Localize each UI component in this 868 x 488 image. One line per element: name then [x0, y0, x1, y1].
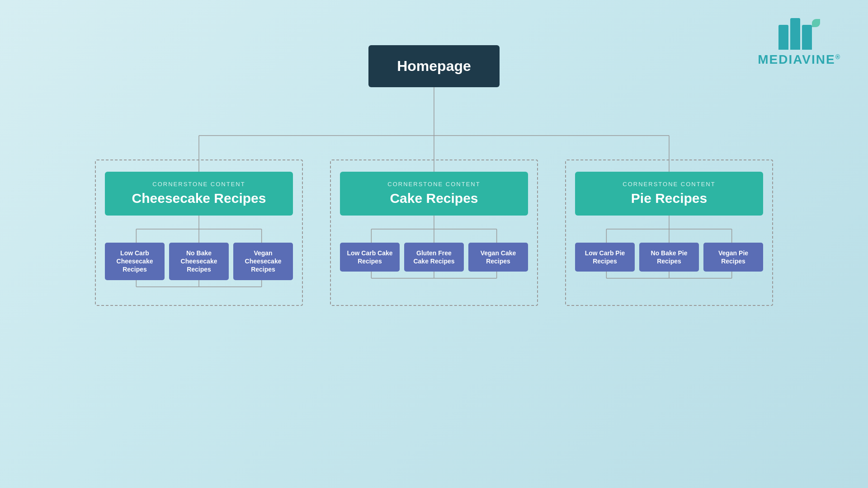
sub-item-low-carb-cake: Low Carb Cake Recipes: [340, 243, 400, 272]
sub-item-gluten-free-cake: Gluten Free Cake Recipes: [404, 243, 464, 272]
pie-inner-connector: [575, 216, 763, 243]
homepage-box: Homepage: [368, 45, 500, 87]
cheesecake-cornerstone-label: CORNERSTONE CONTENT: [116, 181, 282, 188]
logo-bar-1: [778, 25, 788, 50]
cheesecake-inner-connector: [105, 216, 293, 243]
cheesecake-bottom-connector: [105, 280, 293, 294]
pie-cornerstone-card: CORNERSTONE CONTENT Pie Recipes: [575, 172, 763, 216]
cheesecake-section: CORNERSTONE CONTENT Cheesecake Recipes: [95, 160, 303, 306]
logo-bar-3: [802, 25, 812, 50]
cake-section: CORNERSTONE CONTENT Cake Recipes Low Car…: [330, 160, 538, 306]
cake-cornerstone-card: CORNERSTONE CONTENT Cake Recipes: [340, 172, 528, 216]
sub-item-vegan-cheesecake: Vegan Cheesecake Recipes: [233, 243, 293, 280]
sub-item-no-bake-pie: No Bake Pie Recipes: [639, 243, 699, 272]
pie-cornerstone-label: CORNERSTONE CONTENT: [586, 181, 752, 188]
diagram: Homepage CORNERSTONE CONTENT Cheesecake …: [95, 45, 773, 306]
sub-item-vegan-cake: Vegan Cake Recipes: [468, 243, 528, 272]
cake-inner-connector: [340, 216, 528, 243]
pie-cornerstone-title: Pie Recipes: [586, 190, 752, 206]
cheesecake-sub-items: Low Carb Cheesecake Recipes No Bake Chee…: [105, 243, 293, 280]
logo-bar-2: [790, 18, 800, 50]
pie-bottom-connector: [575, 272, 763, 285]
cake-cornerstone-label: CORNERSTONE CONTENT: [351, 181, 517, 188]
sub-item-no-bake-cheesecake: No Bake Cheesecake Recipes: [169, 243, 229, 280]
columns-container: CORNERSTONE CONTENT Cheesecake Recipes: [95, 160, 773, 306]
cake-cornerstone-title: Cake Recipes: [351, 190, 517, 206]
pie-section: CORNERSTONE CONTENT Pie Recipes Low Carb…: [565, 160, 773, 306]
logo-icon: [778, 18, 820, 50]
logo-leaf-icon: [812, 19, 820, 27]
cheesecake-cornerstone-title: Cheesecake Recipes: [116, 190, 282, 206]
pie-sub-items: Low Carb Pie Recipes No Bake Pie Recipes…: [575, 243, 763, 272]
homepage-label: Homepage: [397, 58, 471, 74]
sub-item-low-carb-pie: Low Carb Pie Recipes: [575, 243, 635, 272]
sub-item-vegan-pie: Vegan Pie Recipes: [703, 243, 763, 272]
cheesecake-cornerstone-card: CORNERSTONE CONTENT Cheesecake Recipes: [105, 172, 293, 216]
cake-bottom-connector: [340, 272, 528, 285]
sub-item-low-carb-cheesecake: Low Carb Cheesecake Recipes: [105, 243, 165, 280]
cake-sub-items: Low Carb Cake Recipes Gluten Free Cake R…: [340, 243, 528, 272]
